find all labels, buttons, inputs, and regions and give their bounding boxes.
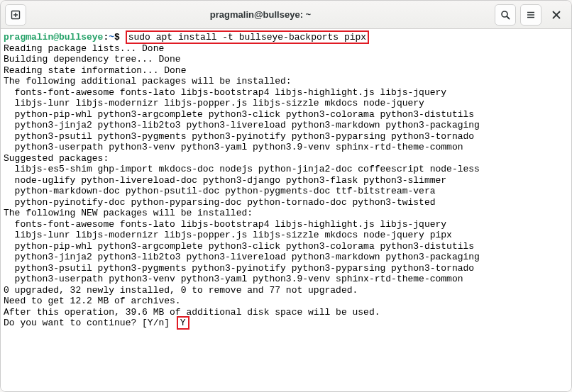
output-line: libjs-es5-shim ghp-import mkdocs-doc nod… [4, 164, 568, 175]
output-line: python3-psutil python3-pygments python3-… [4, 131, 568, 142]
terminal-output[interactable]: pragmalin@bullseye:~$ sudo apt install -… [1, 29, 571, 391]
output-line: Reading package lists... Done [4, 43, 568, 55]
output-line: libjs-lunr libjs-modernizr libjs-popper.… [4, 230, 568, 241]
output-line: 0 upgraded, 32 newly installed, 0 to rem… [4, 285, 568, 296]
output-line: python3-userpath python3-venv python3-ya… [4, 142, 568, 153]
output-line: python3-userpath python3-venv python3-ya… [4, 274, 568, 285]
prompt-question: Do you want to continue? [Y/n] [4, 318, 175, 328]
output-line: The following additional packages will b… [4, 76, 568, 87]
close-icon [552, 11, 561, 19]
search-button[interactable] [495, 4, 516, 26]
new-tab-button[interactable] [5, 4, 26, 26]
output-line: fonts-font-awesome fonts-lato libjs-boot… [4, 87, 568, 99]
output-line: python3-jinja2 python3-lib2to3 python3-l… [4, 252, 568, 263]
output-line: The following NEW packages will be insta… [4, 208, 568, 219]
output-line: python-pip-whl python3-argcomplete pytho… [4, 241, 568, 252]
output-line: Suggested packages: [4, 153, 568, 164]
output-line: node-uglify python-livereload-doc python… [4, 175, 568, 186]
output-line: python-pyinotify-doc python-pyparsing-do… [4, 197, 568, 208]
output-line: python3-jinja2 python3-lib2to3 python3-l… [4, 120, 568, 131]
hamburger-icon [526, 10, 536, 20]
answer-highlight: Y [177, 316, 189, 330]
window-title: pragmalin@bullseye: ~ [31, 9, 490, 20]
close-button[interactable] [546, 4, 567, 26]
output-line: Need to get 12.2 MB of archives. [4, 296, 568, 307]
output-line: libjs-lunr libjs-modernizr libjs-popper.… [4, 98, 568, 109]
titlebar: pragmalin@bullseye: ~ [1, 1, 571, 29]
prompt-dollar: $ [114, 32, 120, 43]
output-line: python-markdown-doc python-psutil-doc py… [4, 186, 568, 197]
output-line: python3-psutil python3-pygments python3-… [4, 263, 568, 274]
prompt-path: ~ [109, 32, 114, 43]
new-tab-icon [11, 10, 21, 20]
command-highlight: sudo apt install -t bullseye-backports p… [126, 30, 369, 44]
output-line: Reading state information... Done [4, 65, 568, 77]
menu-button[interactable] [520, 4, 541, 26]
terminal-window: pragmalin@bullseye: ~ pragmalin@bullseye… [0, 0, 572, 392]
output-line: After this operation, 39.6 MB of additio… [4, 307, 568, 318]
output-line: fonts-font-awesome fonts-lato libjs-boot… [4, 219, 568, 230]
output-line: Building dependency tree... Done [4, 54, 568, 65]
output-line: python-pip-whl python3-argcomplete pytho… [4, 109, 568, 121]
prompt-user: pragmalin@bullseye [4, 32, 103, 43]
svg-line-4 [507, 16, 510, 19]
search-icon [500, 10, 510, 20]
